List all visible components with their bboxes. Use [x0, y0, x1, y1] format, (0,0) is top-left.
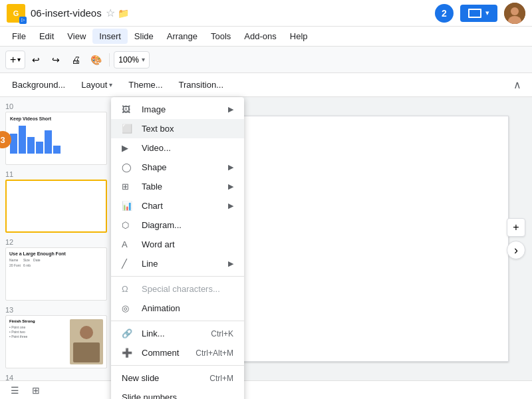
print-button[interactable]: 🖨 [66, 51, 85, 69]
menu-item-video[interactable]: ▶ Video... [111, 138, 244, 158]
secondary-toolbar: Background... Layout ▾ Theme... Transiti… [0, 73, 532, 97]
video-label: Video... [142, 143, 233, 153]
doc-title[interactable]: 06-insert-videos [31, 7, 102, 19]
diagram-icon: ⬡ [122, 220, 135, 230]
shape-arrow: ▶ [228, 163, 233, 172]
menu-bar: File Edit View Insert Slide Arrange Tool… [0, 27, 532, 47]
slide-num-13: 13 [4, 306, 108, 314]
menu-item-shape[interactable]: ◯ Shape ▶ [111, 158, 244, 177]
slide-thumb-10[interactable]: 3 Keep Videos Short [5, 112, 107, 165]
separator-1 [111, 276, 244, 277]
separator-2 [111, 321, 244, 321]
video-icon: ▶ [122, 143, 135, 153]
present-icon [468, 9, 481, 18]
bottom-bar: ☰ ⊞ [0, 380, 532, 399]
menu-slide[interactable]: Slide [128, 29, 160, 44]
menu-item-slidenumbers[interactable]: Slide numbers... [111, 388, 244, 399]
menu-arrange[interactable]: Arrange [160, 29, 204, 44]
title-bar: G ▷ 06-insert-videos ☆ 📁 2 ▾ [0, 0, 532, 27]
slide-preview-11 [5, 180, 107, 233]
grid-view-button[interactable]: ⊞ [27, 383, 45, 398]
avatar[interactable] [504, 3, 525, 24]
zoom-select-area[interactable]: 100% ▾ [114, 51, 150, 68]
layout-arrow-icon: ▾ [109, 81, 112, 88]
menu-item-table[interactable]: ⊞ Table ▶ [111, 177, 244, 196]
theme-button[interactable]: Theme... [122, 77, 169, 92]
menu-item-animation[interactable]: ◎ Animation [111, 299, 244, 318]
slide-preview-12: Use a Large Enough Font Name 20 Font Siz… [5, 247, 107, 301]
wordart-icon: A [122, 239, 135, 249]
menu-item-special[interactable]: Ω Special characters... [111, 279, 244, 299]
add-slide-button[interactable]: + ▾ [5, 51, 25, 69]
next-slide-button[interactable]: › [507, 241, 525, 259]
shape-label: Shape [142, 162, 228, 172]
slide-thumb-13[interactable]: Finish Strong • Point one• Point two• Po… [5, 315, 107, 368]
slide-num-10: 10 [4, 102, 108, 110]
animation-icon: ◎ [122, 303, 135, 313]
star-icon[interactable]: ☆ [106, 7, 115, 19]
menu-view[interactable]: View [61, 29, 92, 44]
menu-item-chart[interactable]: 📊 Chart ▶ [111, 196, 244, 215]
line-arrow: ▶ [228, 259, 233, 268]
menu-edit[interactable]: Edit [33, 29, 61, 44]
redo-button[interactable]: ↪ [47, 51, 65, 69]
menu-insert[interactable]: Insert [92, 29, 128, 44]
badge-2: 2 [435, 4, 454, 23]
menu-tools[interactable]: Tools [204, 29, 237, 44]
menu-item-link[interactable]: 🔗 Link... Ctrl+K [111, 324, 244, 343]
shape-icon: ◯ [122, 162, 135, 172]
link-label: Link... [142, 329, 211, 338]
layout-button[interactable]: Layout ▾ [74, 77, 119, 92]
slide-10-chart [10, 124, 102, 154]
menu-item-comment[interactable]: ➕ Comment Ctrl+Alt+M [111, 343, 244, 362]
add-slide-side-button[interactable]: + [507, 218, 525, 237]
textbox-icon: ⬜ [122, 124, 135, 134]
collapse-toolbar-button[interactable]: ∧ [508, 76, 527, 94]
slide-thumb-12[interactable]: Use a Large Enough Font Name 20 Font Siz… [5, 247, 107, 301]
app-logo: G ▷ [7, 4, 25, 23]
transition-button[interactable]: Transition... [172, 77, 230, 92]
undo-button[interactable]: ↩ [27, 51, 45, 69]
list-view-button[interactable]: ☰ [5, 383, 24, 398]
menu-addons[interactable]: Add-ons [237, 29, 283, 44]
comment-icon: ➕ [122, 348, 135, 358]
line-icon: ╱ [122, 259, 135, 269]
right-controls: + › [507, 218, 525, 259]
wordart-label: Word art [142, 239, 233, 249]
slide-num-12: 12 [4, 238, 108, 246]
comment-shortcut: Ctrl+Alt+M [196, 348, 233, 358]
slidenumbers-label: Slide numbers... [122, 392, 233, 399]
top-right-area: 2 ▾ [435, 3, 525, 24]
present-arrow: ▾ [485, 9, 489, 17]
line-label: Line [142, 259, 228, 269]
slide-num-11: 11 [4, 170, 108, 178]
image-label: Image [142, 104, 228, 114]
textbox-label: Text box [142, 124, 233, 134]
zoom-label: 100% [118, 55, 139, 65]
menu-item-textbox[interactable]: ⬜ Text box [111, 119, 244, 138]
menu-item-newslide[interactable]: New slide Ctrl+M [111, 368, 244, 388]
toolbar: + ▾ ↩ ↪ 🖨 🎨 100% ▾ [0, 47, 532, 73]
table-label: Table [142, 182, 228, 192]
plus-icon: + [10, 54, 16, 66]
menu-file[interactable]: File [5, 29, 33, 44]
animation-label: Animation [142, 303, 233, 313]
slide-panel: 10 3 Keep Videos Short 11 [0, 97, 113, 380]
menu-item-diagram[interactable]: ⬡ Diagram... [111, 215, 244, 235]
svg-point-1 [511, 7, 519, 15]
insert-dropdown-menu[interactable]: 🖼 Image ▶ ⬜ Text box ▶ Video... ◯ Shape … [111, 97, 244, 399]
folder-icon[interactable]: 📁 [118, 8, 129, 19]
slide-thumb-11[interactable] [5, 180, 107, 233]
toolbar-separator-1 [109, 53, 110, 66]
add-dropdown-arrow: ▾ [17, 56, 21, 63]
menu-item-image[interactable]: 🖼 Image ▶ [111, 100, 244, 119]
menu-help[interactable]: Help [283, 29, 315, 44]
slide-num-14: 14 [4, 374, 108, 380]
menu-item-line[interactable]: ╱ Line ▶ [111, 254, 244, 273]
present-button[interactable]: ▾ [460, 5, 497, 22]
special-label: Special characters... [142, 284, 233, 294]
paint-format-button[interactable]: 🎨 [86, 51, 105, 69]
background-button[interactable]: Background... [5, 77, 72, 92]
diagram-label: Diagram... [142, 220, 233, 230]
menu-item-wordart[interactable]: A Word art [111, 235, 244, 254]
